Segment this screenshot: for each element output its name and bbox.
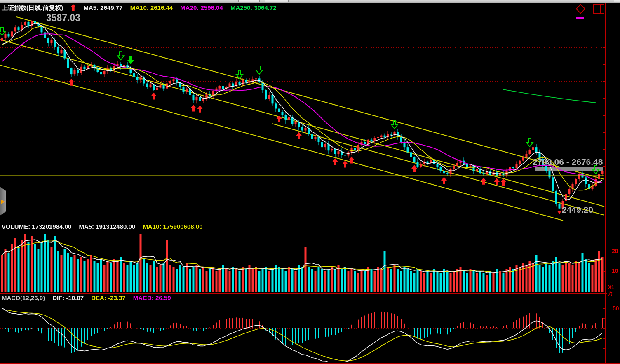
- volume-unit-label: X1万: [607, 284, 620, 296]
- scrollbar-thumb[interactable]: [238, 0, 260, 2]
- volume-axis-label-20: 20: [612, 248, 618, 254]
- dif-value: DIF: -10.07: [52, 294, 84, 301]
- ma5-value: MA5: 2649.77: [84, 4, 123, 11]
- scrollbar-thumb[interactable]: [265, 0, 289, 2]
- expand-arrow-icon: ▶: [1, 198, 5, 204]
- ma20-value: MA20: 2596.04: [180, 4, 223, 11]
- instrument-title: 上证指数(日线.前复权): [2, 4, 63, 11]
- panel-expander-tab[interactable]: ▶: [0, 187, 6, 216]
- gap-range-label: 2703.06 - 2676.48: [533, 157, 603, 167]
- volume-ma10-value: MA10: 175900608.00: [143, 223, 202, 230]
- dea-value: DEA: -23.37: [91, 294, 125, 301]
- main-legend: 上证指数(日线.前复权) MA5: 2649.77 MA10: 2616.44 …: [2, 4, 282, 12]
- macd-value: MACD: 26.59: [133, 294, 171, 301]
- ma10-value: MA10: 2616.44: [130, 4, 173, 11]
- volume-ma5-value: MA5: 191312480.00: [79, 223, 135, 230]
- macd-axis-label-50: 50: [613, 305, 619, 312]
- volume-value: VOLUME: 173201984.00: [2, 223, 71, 230]
- volume-axis-label-10: 10: [612, 268, 618, 274]
- volume-legend: VOLUME: 173201984.00 MA5: 191312480.00 M…: [2, 223, 208, 230]
- horizontal-scrollbar[interactable]: [0, 0, 620, 3]
- low-price-label: 2449.20: [562, 205, 593, 215]
- chart-canvas[interactable]: [0, 0, 620, 364]
- red-up-arrow-icon: [70, 4, 76, 11]
- high-price-label: 3587.03: [46, 12, 80, 23]
- stock-chart-app: 上证指数(日线.前复权) MA5: 2649.77 MA10: 2616.44 …: [0, 0, 620, 364]
- macd-title: MACD(12,26,9): [2, 294, 45, 301]
- ma250-value: MA250: 3064.72: [230, 4, 277, 11]
- diamond-tool-dots: [576, 13, 585, 15]
- scrollbar-end-cap[interactable]: [614, 0, 620, 2]
- window-layout-icon[interactable]: [593, 4, 604, 14]
- macd-legend: MACD(12,26,9) DIF: -10.07 DEA: -23.37 MA…: [2, 294, 176, 301]
